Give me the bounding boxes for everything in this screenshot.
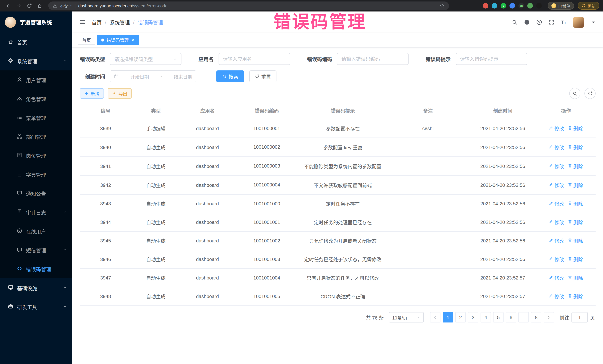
extension-vue-icon[interactable]: V [500, 3, 506, 9]
sidebar-item-notice[interactable]: 通知公告 [0, 184, 72, 203]
refresh-table-button[interactable] [584, 88, 596, 99]
reset-button[interactable]: 重置 [249, 70, 277, 82]
update-button[interactable]: 更新 [578, 2, 599, 10]
pager-page-1[interactable]: 1 [443, 312, 453, 323]
toggle-search-button[interactable] [569, 88, 580, 99]
error-type-select[interactable]: 请选择错误码类型 [110, 53, 181, 65]
breadcrumb-separator: / [133, 19, 135, 25]
export-button[interactable]: 导出 [108, 88, 132, 99]
pager-page-2[interactable]: 2 [455, 312, 466, 323]
back-button[interactable] [4, 1, 13, 11]
edit-link[interactable]: 修改 [549, 163, 564, 170]
edit-link[interactable]: 修改 [549, 144, 564, 151]
filter-row-2: 创建时间 开始日期 - 结束日期 搜索 重置 [80, 70, 596, 82]
edit-link[interactable]: 修改 [549, 275, 564, 282]
sidebar-item-sms-management[interactable]: 短信管理 [0, 241, 72, 259]
prev-page-button[interactable] [430, 312, 441, 323]
breadcrumb-home[interactable]: 首页 [92, 18, 102, 26]
cell-message: 定时任务已经处于该状态，无需修改 [299, 250, 387, 269]
forward-button[interactable] [14, 1, 24, 11]
extension-teal-icon[interactable] [492, 3, 497, 9]
next-page-button[interactable] [544, 312, 554, 323]
pager-page-4[interactable]: 4 [481, 312, 491, 323]
edit-link[interactable]: 修改 [549, 125, 564, 132]
create-time-label: 创建时间 [80, 73, 105, 80]
app-name-input[interactable] [218, 53, 290, 65]
sidebar-item-audit-log[interactable]: 审计日志 [0, 203, 72, 222]
error-hint-input[interactable] [455, 53, 527, 65]
caret-down-icon[interactable] [590, 19, 596, 25]
sidebar-item-department-management[interactable]: 部门管理 [0, 127, 72, 146]
extension-dark-icon[interactable] [536, 3, 542, 9]
user-avatar[interactable] [573, 16, 584, 28]
sidebar-item-system-management[interactable]: 系统管理 [0, 52, 72, 70]
delete-link[interactable]: 删除 [568, 163, 583, 170]
font-size-icon[interactable]: TT [561, 19, 567, 25]
bookmark-star-icon[interactable] [440, 3, 445, 8]
edit-link[interactable]: 修改 [549, 200, 564, 207]
date-range-picker[interactable]: 开始日期 - 结束日期 [110, 70, 196, 82]
help-icon[interactable] [536, 19, 542, 25]
error-code-input[interactable] [337, 53, 408, 65]
security-label[interactable]: 不安全 [60, 3, 72, 9]
browser-home-button[interactable] [35, 1, 45, 11]
paused-badge[interactable]: 已暂停 [548, 2, 574, 10]
table-row: 3945自动生成dashboard1001001002只允许修改为开启或者关闭状… [80, 232, 596, 250]
collapse-sidebar-icon[interactable] [79, 19, 85, 25]
sidebar-item-post-management[interactable]: 岗位管理 [0, 146, 72, 165]
pager-page-6[interactable]: 6 [506, 312, 516, 323]
reload-button[interactable] [24, 1, 34, 11]
cell-type: 自动生成 [131, 287, 180, 306]
search-icon[interactable] [512, 19, 518, 25]
goto-page-input[interactable] [571, 312, 588, 323]
sidebar-item-online-users[interactable]: 在线用户 [0, 222, 72, 241]
edit-link[interactable]: 修改 [549, 256, 564, 263]
extension-on-icon[interactable]: on [518, 3, 524, 9]
fullscreen-icon[interactable] [548, 19, 554, 25]
announcement-icon [17, 190, 22, 197]
edit-link[interactable]: 修改 [549, 237, 564, 244]
sidebar-item-role-management[interactable]: 角色管理 [0, 89, 72, 108]
sidebar-item-error-code-management[interactable]: 错误码管理 [0, 259, 72, 278]
delete-link[interactable]: 删除 [568, 237, 583, 244]
pager-page-5[interactable]: 5 [493, 312, 504, 323]
extension-grid-icon[interactable] [510, 3, 515, 9]
edit-link[interactable]: 修改 [549, 219, 564, 226]
delete-link[interactable]: 删除 [568, 200, 583, 207]
github-icon[interactable] [524, 19, 530, 25]
page-size-select[interactable]: 10条/页 [389, 312, 424, 323]
tab-error-code-management[interactable]: 错误码管理 × [97, 35, 139, 45]
delete-link[interactable]: 删除 [568, 182, 583, 189]
sidebar-item-menu-management[interactable]: 菜单管理 [0, 108, 72, 127]
profile-emoji-icon [551, 3, 556, 8]
breadcrumb-system-management[interactable]: 系统管理 [110, 18, 130, 26]
cell-actions: 修改删除 [536, 176, 596, 195]
sidebar-item-dict-management[interactable]: 字典管理 [0, 165, 72, 184]
sidebar-item-dev-tools[interactable]: 研发工具 [0, 297, 72, 316]
delete-link[interactable]: 删除 [568, 144, 583, 151]
address-bar[interactable]: 不安全 | dashboard.yudao.iocoder.cn/system/… [48, 1, 449, 10]
delete-link[interactable]: 删除 [568, 125, 583, 132]
close-tab-icon[interactable]: × [132, 37, 135, 42]
extension-green-icon[interactable] [527, 3, 533, 9]
search-button[interactable]: 搜索 [216, 70, 244, 82]
pager-page-3[interactable]: 3 [468, 312, 478, 323]
delete-link[interactable]: 删除 [568, 293, 583, 300]
pager-page-8[interactable]: 8 [531, 312, 541, 323]
delete-link[interactable]: 删除 [568, 256, 583, 263]
sidebar-item-user-management[interactable]: 用户管理 [0, 70, 72, 89]
logo[interactable]: 芋道管理系统 [0, 11, 72, 33]
edit-link[interactable]: 修改 [549, 293, 564, 300]
extension-red-icon[interactable] [483, 3, 488, 9]
pager-more-button[interactable]: ... [518, 312, 529, 323]
sidebar-item-home[interactable]: 首页 [0, 33, 72, 52]
cell-code: 1001000004 [234, 176, 299, 195]
add-button[interactable]: 新增 [80, 88, 104, 99]
delete-icon [568, 275, 572, 281]
header-actions: TT [512, 16, 596, 28]
tab-home[interactable]: 首页 [78, 35, 95, 45]
edit-link[interactable]: 修改 [549, 182, 564, 189]
delete-link[interactable]: 删除 [568, 219, 583, 226]
sidebar-item-infrastructure[interactable]: 基础设施 [0, 278, 72, 297]
delete-link[interactable]: 删除 [568, 275, 583, 282]
